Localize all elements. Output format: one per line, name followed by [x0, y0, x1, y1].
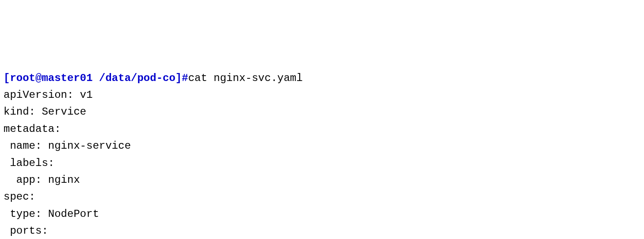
output-line-5: app: nginx: [4, 174, 80, 186]
terminal-output[interactable]: [root@master01 /data/pod-co]#cat nginx-s…: [4, 70, 640, 239]
output-line-4: labels:: [4, 157, 54, 169]
output-line-0: apiVersion: v1: [4, 89, 93, 101]
shell-command: cat nginx-svc.yaml: [188, 72, 303, 84]
output-line-7: type: NodePort: [4, 208, 99, 220]
output-line-3: name: nginx-service: [4, 140, 131, 152]
output-line-1: kind: Service: [4, 106, 86, 118]
output-line-2: metadata:: [4, 123, 61, 135]
shell-prompt: [root@master01 /data/pod-co]#: [4, 72, 188, 84]
output-line-8: ports:: [4, 225, 48, 237]
output-line-6: spec:: [4, 191, 35, 203]
